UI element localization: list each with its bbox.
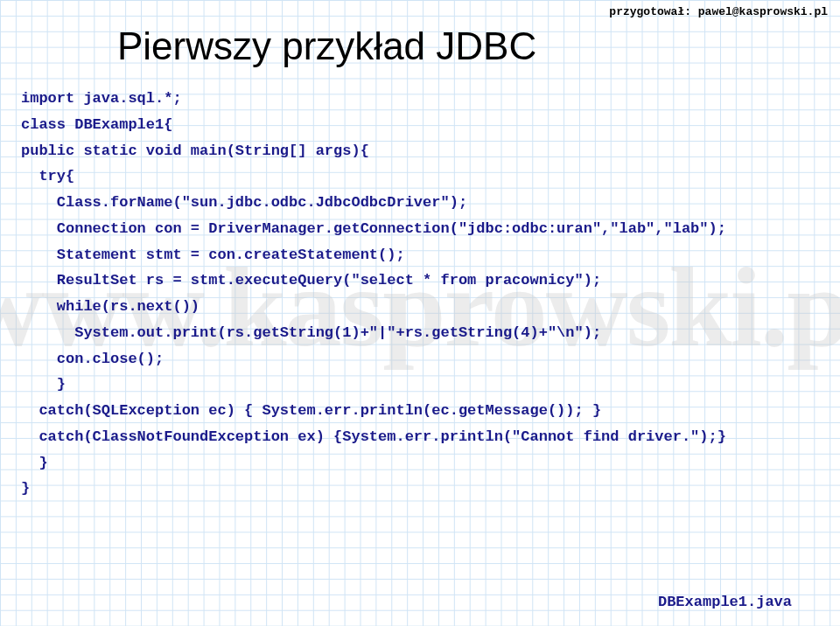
code-line: public static void main(String[] args){: [21, 143, 369, 159]
code-line: }: [21, 480, 30, 497]
code-line: }: [21, 376, 66, 393]
code-line: }: [21, 455, 48, 471]
code-line: import java.sql.*;: [21, 90, 182, 107]
code-line: catch(ClassNotFoundException ex) {System…: [21, 428, 726, 445]
code-line: try{: [21, 168, 74, 184]
header-credit: przygotował: pawel@kasprowski.pl: [609, 5, 828, 18]
code-line: System.out.print(rs.getString(1)+"|"+rs.…: [21, 324, 601, 341]
code-line: Class.forName("sun.jdbc.odbc.JdbcOdbcDri…: [21, 194, 467, 211]
code-line: class DBExample1{: [21, 116, 172, 133]
code-line: while(rs.next()): [21, 298, 200, 315]
slide-content: Pierwszy przykład JDBC import java.sql.*…: [0, 0, 840, 502]
code-line: Connection con = DriverManager.getConnec…: [21, 220, 726, 237]
footer-filename: DBExample1.java: [658, 594, 792, 610]
slide-title: Pierwszy przykład JDBC: [117, 24, 819, 68]
code-line: Statement stmt = con.createStatement();: [21, 247, 405, 263]
code-line: con.close();: [21, 351, 164, 367]
code-block: import java.sql.*; class DBExample1{ pub…: [21, 86, 819, 502]
code-line: catch(SQLException ec) { System.err.prin…: [21, 402, 601, 419]
code-line: ResultSet rs = stmt.executeQuery("select…: [21, 272, 601, 289]
